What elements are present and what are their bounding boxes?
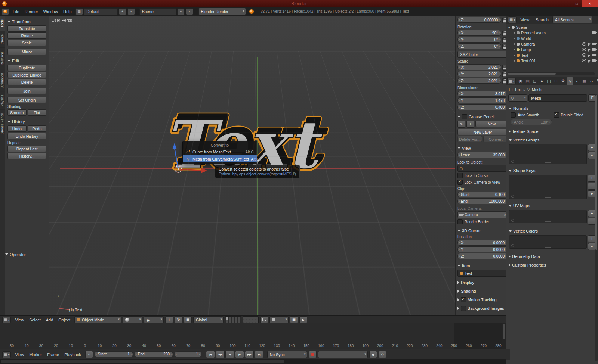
end-frame-field[interactable]: End:250 [135,351,173,357]
menu-item[interactable]: Frame [44,349,62,360]
menu-item[interactable]: View [12,316,27,324]
start-frame-field[interactable]: Start:1 [95,351,133,357]
outliner-row-text[interactable]: Text [506,52,598,58]
layers-grid-2[interactable] [243,316,259,323]
tool-button[interactable]: Rotate [7,32,46,39]
outliner-row-renderlayers[interactable]: RenderLayers [506,30,598,35]
timeline-scrollbar-v[interactable] [502,323,506,349]
cursor-location-field[interactable]: X:0.0000 [457,240,508,246]
manipulator-rotate-button[interactable]: ↻ [175,316,182,323]
menu-item[interactable]: Add [43,316,56,324]
lock-to-cursor-checkbox[interactable]: Lock to Cursor [457,172,508,178]
history-button[interactable]: Redo [28,125,47,132]
grease-pencil-checkbox[interactable] [462,114,467,119]
keying-set-dropdown[interactable] [318,351,368,358]
keying-delete-button[interactable]: ◇ [379,351,386,358]
mirror-button[interactable]: Mirror [7,49,46,55]
undo-history-button[interactable]: Undo History [7,133,46,139]
mesh-name-field[interactable]: Mesh [528,94,587,102]
tool-shelf-tab[interactable]: Grease Pencil [0,110,5,138]
delete-frame-button[interactable]: Delete Fra... [457,136,482,142]
auto-smooth-checkbox[interactable]: Auto Smooth [511,112,551,118]
manipulator-translate-button[interactable]: + [165,316,173,323]
clip-start-field[interactable]: Start:0.100 [457,192,508,197]
panel-header-operator[interactable]: Operator [5,252,46,257]
properties-tab[interactable]: ⊓ [552,77,559,85]
tool-shelf-tab[interactable]: Relations [0,48,5,69]
playback-button[interactable]: ◀◀ [216,351,225,358]
mesh-browse-dropdown[interactable]: ▽ [508,94,527,102]
menu-item[interactable]: Playback [62,349,84,360]
convert-button[interactable]: Convert [483,136,508,142]
item-name-field[interactable]: Text [457,270,508,277]
renderability-icon[interactable] [592,59,596,62]
outliner-row-camera[interactable]: Camera [506,41,598,47]
scale-field[interactable]: Z:2.021 [457,78,501,84]
playback-button[interactable]: ▶ [235,351,244,358]
outliner-scrollbar[interactable] [508,72,595,75]
tool-button[interactable]: Duplicate Linked [7,72,46,78]
remove-uv-map-button[interactable]: − [588,218,596,225]
blender-menu-button[interactable] [1,8,9,15]
panel-header-motion-tracking[interactable]: Motion Tracking [457,297,508,302]
selectability-icon[interactable] [588,48,591,52]
motion-tracking-checkbox[interactable] [461,297,466,302]
lock-object-field[interactable]: ▢ [457,165,508,172]
rotation-field[interactable]: Z:0° [457,43,501,49]
orientation-dropdown[interactable]: Global [193,316,224,323]
playback-button[interactable]: ▶▶ [245,351,254,358]
properties-tab[interactable]: ◐ [574,77,580,85]
panel-header-geometry-data[interactable]: Geometry Data [506,253,598,259]
menu-item[interactable]: View [518,16,532,24]
dimension-field[interactable]: Z:0.400 [457,104,508,110]
cursor-location-field[interactable]: Y:0.0000 [457,246,508,252]
menu-item[interactable]: Help [61,7,74,16]
add-uv-map-button[interactable]: + [588,210,596,217]
menu-item-curve-from-mesh[interactable]: Curve from Mesh/Text Alt C [183,148,257,155]
add-vertex-color-button[interactable]: + [588,235,596,242]
remove-vertex-group-button[interactable]: − [588,152,596,159]
scale-field[interactable]: Y:2.021 [457,71,501,77]
tool-shelf-tab[interactable]: Create [0,31,5,48]
panel-header-history[interactable]: History [7,119,46,124]
repeat-last-button[interactable]: Repeat Last [7,146,46,152]
menu-item-mesh-from-curve[interactable]: ▽ Mesh from Curve/Meta/Surf/Text Alt C [183,155,257,162]
tool-button[interactable]: Delete [7,79,46,85]
playback-button[interactable]: ▶| [255,351,263,358]
panel-header-normals[interactable]: Normals [506,105,598,111]
timeline-scrollbar-h[interactable] [0,359,506,364]
display-filter-dropdown[interactable]: All Scenes [552,16,592,23]
add-scene-button[interactable]: + [177,8,185,15]
tool-button[interactable]: Translate [7,25,46,32]
layers-grid-1[interactable] [225,316,241,323]
menu-item[interactable]: View [12,349,27,360]
outliner-row-world[interactable]: World [506,35,598,41]
opengl-render-button[interactable]: ▣ [290,316,298,323]
outliner-row-text001[interactable]: Text.001 [506,58,598,63]
properties-tab[interactable]: ● [538,77,545,85]
panel-header-view[interactable]: View [457,145,508,151]
visibility-icon[interactable] [582,48,586,51]
viewport-3d[interactable]: Text Text Text Text User Persp y x (1) T… [49,16,455,315]
snap-magnet-button[interactable] [260,316,268,323]
cursor-location-field[interactable]: Z:0.0000 [457,253,508,259]
join-button[interactable]: Join [7,88,46,94]
vertex-colors-list[interactable] [509,235,587,249]
vertex-groups-list[interactable] [509,144,587,164]
shading-button[interactable]: Flat [28,109,47,116]
breadcrumb-object[interactable]: Text [514,87,521,92]
editor-type-button[interactable]: ▦ [507,78,516,84]
mode-dropdown[interactable]: Object Mode [74,316,121,323]
clip-end-field[interactable]: End:1000.000 [457,198,508,204]
location-z-field[interactable]: Z:0.00000 [457,17,501,23]
properties-tab[interactable]: ▤ [524,77,531,85]
shading-button[interactable]: Smooth [7,109,27,116]
tool-button[interactable]: Duplicate [7,65,46,71]
tool-shelf-tab[interactable]: Tools [0,16,5,31]
panel-header-edit[interactable]: Edit [7,58,46,63]
panel-header-grease-pencil[interactable]: Grease Pencil [457,114,508,119]
delete-layout-button[interactable]: × [127,8,135,15]
lens-field[interactable]: Lens:35.000 [457,152,508,158]
dimension-field[interactable]: Y:1.478 [457,97,508,103]
selectability-icon[interactable] [588,59,591,63]
